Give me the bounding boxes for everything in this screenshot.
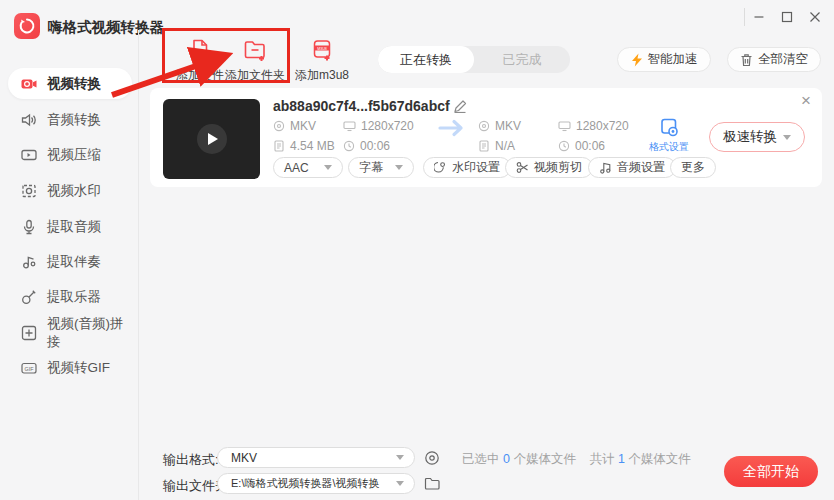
watermark-settings-button[interactable]: 水印设置 [423,157,511,178]
sidebar-item-video-compress[interactable]: 视频压缩 [8,139,132,170]
audio-track-value: AAC [284,161,309,175]
more-label: 更多 [681,159,705,176]
guitar-icon [19,287,38,306]
output-format-value: MKV [231,451,257,465]
remove-file-button[interactable]: × [801,92,811,109]
total-prefix: 共计 [589,452,614,466]
source-size: 4.54 MB [273,139,335,153]
sidebar-item-extract-audio[interactable]: 提取音频 [8,211,132,242]
open-folder-button[interactable] [424,476,440,495]
app-window: 嗨格式视频转换器 视频转换 音频转换 视频压缩 视频水印 [0,0,834,500]
minimize-icon [753,11,765,23]
splice-icon [19,323,38,342]
folder-icon [424,476,440,491]
add-folder-icon [220,34,290,63]
edit-pencil-icon [453,99,467,113]
format-settings-label: 格式设置 [648,140,690,154]
play-icon [197,124,227,154]
app-logo [14,13,40,39]
total-suffix: 个媒体文件 [628,452,691,466]
tab-completed[interactable]: 已完成 [474,46,570,73]
source-resolution: 1280x720 [343,119,414,133]
close-icon [809,11,821,23]
flow-arrow-icon [438,118,466,138]
sidebar-item-label: 视频压缩 [47,146,101,164]
add-folder-button[interactable]: 添加文件夹 [220,34,290,84]
sidebar-item-video-audio-splice[interactable]: 视频(音频)拼接 [8,317,132,348]
quick-convert-label: 极速转换 [723,128,777,146]
watermark-icon [19,181,38,200]
sidebar-item-label: 视频(音频)拼接 [47,315,132,351]
format-settings-button[interactable]: 格式设置 [648,117,690,154]
app-logo-icon [18,17,36,35]
format-icon [478,120,490,132]
sidebar-item-label: 提取乐器 [47,288,101,306]
video-cut-label: 视频剪切 [534,159,582,176]
audio-convert-icon [19,110,38,129]
smart-accelerate-label: 智能加速 [648,51,698,68]
clear-all-label: 全部清空 [758,51,808,68]
output-format-select[interactable]: MKV [217,447,415,468]
target-resolution: 1280x720 [558,119,629,133]
resolution-icon [343,120,356,132]
file-size-icon [273,140,285,152]
audio-track-select[interactable]: AAC [273,157,343,178]
clock-icon [558,140,570,152]
sidebar-item-extract-accompaniment[interactable]: 提取伴奏 [8,246,132,277]
watermark-settings-label: 水印设置 [452,159,500,176]
video-thumbnail[interactable] [163,99,260,179]
start-all-button[interactable]: 全部开始 [724,456,818,487]
sidebar-item-label: 视频水印 [47,182,101,200]
format-target-button[interactable] [424,450,440,470]
sidebar-item-label: 视频转换 [47,75,101,93]
accompaniment-icon [19,252,38,271]
sidebar-item-label: 视频转GIF [47,359,110,377]
subtitle-select[interactable]: 字幕 [348,157,414,178]
target-size: N/A [478,139,515,153]
maximize-icon [781,11,793,23]
add-m3u8-button[interactable]: M3U8 添加m3u8 [289,34,355,84]
audio-settings-button[interactable]: 音频设置 [588,157,676,178]
audio-settings-label: 音频设置 [617,159,665,176]
sidebar-item-audio-convert[interactable]: 音频转换 [8,104,132,135]
trash-icon [740,53,753,67]
music-note-icon [599,161,612,174]
watermark-droplet-icon [434,161,447,174]
sidebar-item-video-to-gif[interactable]: GIF 视频转GIF [8,352,132,383]
quick-convert-button[interactable]: 极速转换 [709,122,805,152]
video-compress-icon [19,145,38,164]
tab-converting[interactable]: 正在转换 [378,46,474,73]
more-button[interactable]: 更多 [670,157,716,178]
add-folder-label: 添加文件夹 [220,67,290,84]
rename-button[interactable] [453,99,467,117]
svg-text:M3U8: M3U8 [317,47,327,51]
maximize-button[interactable] [776,6,798,28]
video-cut-button[interactable]: 视频剪切 [505,157,593,178]
clear-all-button[interactable]: 全部清空 [727,47,821,72]
format-icon [273,120,285,132]
sidebar-item-label: 提取伴奏 [47,253,101,271]
add-m3u8-label: 添加m3u8 [289,67,355,84]
file-size-icon [478,140,490,152]
smart-accelerate-button[interactable]: 智能加速 [617,47,711,72]
sidebar-item-video-watermark[interactable]: 视频水印 [8,175,132,206]
sidebar-item-video-convert[interactable]: 视频转换 [8,68,132,99]
output-folder-select[interactable]: E:\嗨格式视频转换器\视频转换 [217,473,415,494]
target-format: MKV [478,119,521,133]
close-button[interactable] [804,6,826,28]
selected-prefix: 已选中 [462,452,500,466]
format-settings-icon [659,117,679,138]
target-icon [424,450,440,466]
source-duration: 00:06 [343,139,390,153]
resolution-icon [558,120,571,132]
add-m3u8-icon: M3U8 [289,34,355,63]
start-all-label: 全部开始 [743,463,799,481]
sidebar-item-label: 提取音频 [47,218,101,236]
total-count: 1 [618,452,625,466]
sidebar-item-extract-instrument[interactable]: 提取乐器 [8,281,132,312]
queue-tabs: 正在转换 已完成 [378,46,570,73]
minimize-button[interactable] [748,6,770,28]
target-duration: 00:06 [558,139,605,153]
chevron-down-icon [396,455,404,460]
file-name: ab88a90c7f4...f5b67d6abcf [273,98,450,114]
